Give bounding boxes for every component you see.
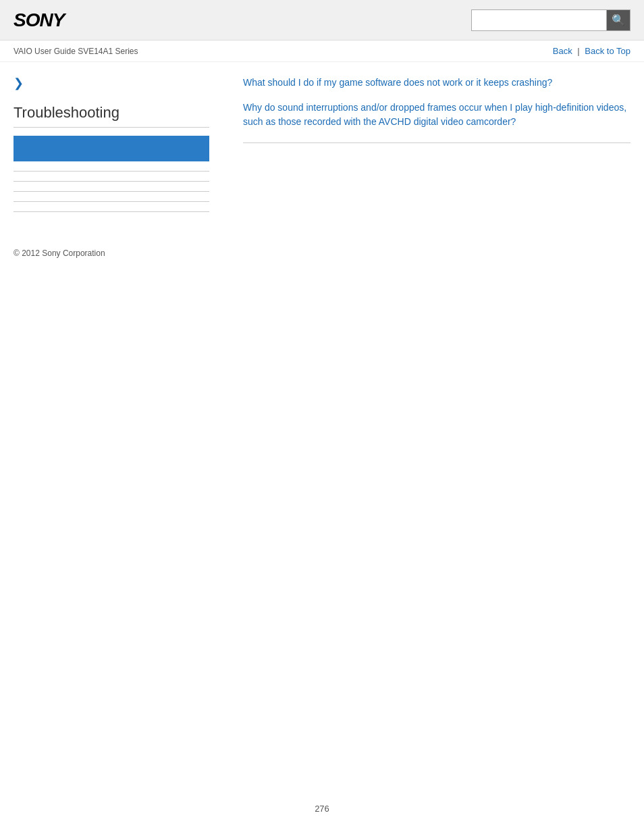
main-content: ❯ Troubleshooting What should I do if my…	[0, 62, 644, 235]
search-area: 🔍	[471, 9, 630, 31]
footer: © 2012 Sony Corporation	[0, 235, 644, 271]
search-button[interactable]: 🔍	[606, 9, 630, 31]
content-area: What should I do if my game software doe…	[223, 76, 630, 221]
header: SONY 🔍	[0, 0, 644, 41]
sidebar-divider-2	[14, 181, 209, 182]
sidebar-divider-3	[14, 191, 209, 192]
content-link-1[interactable]: What should I do if my game software doe…	[243, 76, 630, 90]
sony-logo: SONY	[14, 9, 64, 31]
sidebar-title: Troubleshooting	[14, 104, 209, 128]
chevron-icon[interactable]: ❯	[14, 76, 209, 90]
content-link-2[interactable]: Why do sound interruptions and/or droppe…	[243, 101, 630, 129]
navbar: VAIO User Guide SVE14A1 Series Back | Ba…	[0, 41, 644, 62]
sidebar-divider-4	[14, 201, 209, 202]
sidebar-items	[14, 136, 209, 212]
content-divider	[243, 142, 630, 143]
breadcrumb: VAIO User Guide SVE14A1 Series	[14, 47, 138, 56]
copyright-text: © 2012 Sony Corporation	[14, 249, 105, 258]
nav-links: Back | Back to Top	[553, 46, 630, 56]
back-to-top-link[interactable]: Back to Top	[585, 46, 630, 56]
search-input[interactable]	[471, 9, 606, 31]
sidebar-active-item[interactable]	[14, 136, 209, 161]
sidebar: ❯ Troubleshooting	[14, 76, 209, 221]
sidebar-divider-1	[14, 171, 209, 172]
sidebar-divider-5	[14, 211, 209, 212]
back-link[interactable]: Back	[553, 46, 572, 56]
separator: |	[577, 46, 579, 56]
page-number: 276	[0, 804, 644, 814]
search-icon: 🔍	[612, 14, 625, 26]
